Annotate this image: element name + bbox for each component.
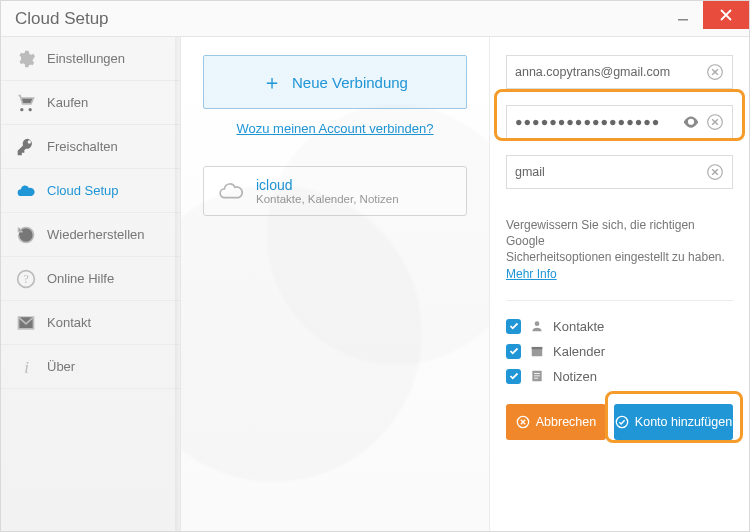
- checkbox-label: Kontakte: [553, 319, 604, 334]
- clear-password-button[interactable]: [706, 113, 724, 131]
- checkbox-label: Kalender: [553, 344, 605, 359]
- checkbox: [506, 319, 521, 334]
- sidebar-item-cloud-setup[interactable]: Cloud Setup: [1, 169, 180, 213]
- svg-text:i: i: [24, 357, 29, 376]
- separator: [506, 300, 733, 301]
- clear-email-button[interactable]: [706, 63, 724, 81]
- checkbox-kalender[interactable]: Kalender: [506, 344, 733, 359]
- action-row: Abbrechen Konto hinzufügen: [506, 404, 733, 440]
- cancel-button[interactable]: Abbrechen: [506, 404, 606, 440]
- sidebar: Einstellungen Kaufen Freischalten Cloud …: [1, 37, 181, 531]
- clear-service-button[interactable]: [706, 163, 724, 181]
- note-icon: [529, 369, 545, 383]
- checkbox-kontakte[interactable]: Kontakte: [506, 319, 733, 334]
- sidebar-item-kaufen[interactable]: Kaufen: [1, 81, 180, 125]
- mail-icon: [15, 313, 37, 333]
- help-icon: ?: [15, 269, 37, 289]
- sidebar-item-label: Freischalten: [47, 139, 118, 154]
- key-icon: [15, 137, 37, 157]
- checkbox: [506, 344, 521, 359]
- sidebar-item-label: Online Hilfe: [47, 271, 114, 286]
- sidebar-item-label: Cloud Setup: [47, 183, 119, 198]
- checkbox-label: Notizen: [553, 369, 597, 384]
- connection-card-subtitle: Kontakte, Kalender, Notizen: [256, 193, 399, 205]
- sidebar-item-label: Über: [47, 359, 75, 374]
- cancel-label: Abbrechen: [536, 415, 596, 429]
- sidebar-item-freischalten[interactable]: Freischalten: [1, 125, 180, 169]
- cloud-icon: [15, 181, 37, 201]
- info-icon: i: [15, 357, 37, 377]
- checkbox: [506, 369, 521, 384]
- right-pane: Vergewissern Sie sich, die richtigen Goo…: [489, 37, 749, 531]
- calendar-icon: [529, 344, 545, 358]
- restore-icon: [15, 225, 37, 245]
- security-hint: Vergewissern Sie sich, die richtigen Goo…: [506, 217, 733, 282]
- password-field-wrap: [506, 105, 733, 139]
- new-connection-button[interactable]: ＋ Neue Verbindung: [203, 55, 467, 109]
- email-field-wrap: [506, 55, 733, 89]
- sidebar-item-label: Kaufen: [47, 95, 88, 110]
- email-field[interactable]: [515, 65, 700, 79]
- close-icon: [720, 9, 732, 21]
- new-connection-label: Neue Verbindung: [292, 74, 408, 91]
- add-account-button[interactable]: Konto hinzufügen: [614, 404, 733, 440]
- svg-point-8: [535, 322, 540, 327]
- svg-rect-0: [678, 19, 688, 21]
- service-field-wrap: [506, 155, 733, 189]
- center-pane: ＋ Neue Verbindung Wozu meinen Account ve…: [181, 37, 489, 531]
- svg-rect-14: [534, 378, 538, 379]
- svg-text:?: ?: [23, 273, 28, 286]
- person-icon: [529, 319, 545, 333]
- password-field[interactable]: [515, 115, 676, 129]
- cloud-outline-icon: [218, 180, 244, 203]
- main: Einstellungen Kaufen Freischalten Cloud …: [1, 37, 749, 531]
- sidebar-item-wiederherstellen[interactable]: Wiederherstellen: [1, 213, 180, 257]
- add-account-label: Konto hinzufügen: [635, 415, 732, 429]
- titlebar: Cloud Setup: [1, 1, 749, 37]
- minimize-button[interactable]: [663, 5, 703, 33]
- reveal-password-button[interactable]: [682, 113, 700, 131]
- sidebar-item-einstellungen[interactable]: Einstellungen: [1, 37, 180, 81]
- svg-rect-12: [534, 373, 540, 374]
- close-button[interactable]: [703, 1, 749, 29]
- sidebar-item-ueber[interactable]: i Über: [1, 345, 180, 389]
- check-circle-icon: [615, 415, 629, 429]
- svg-point-16: [616, 416, 627, 427]
- checkbox-notizen[interactable]: Notizen: [506, 369, 733, 384]
- more-info-link[interactable]: Mehr Info: [506, 267, 557, 281]
- sidebar-item-kontakt[interactable]: Kontakt: [1, 301, 180, 345]
- connection-card-title: icloud: [256, 177, 399, 193]
- connection-card-icloud[interactable]: icloud Kontakte, Kalender, Notizen: [203, 166, 467, 216]
- sidebar-item-online-hilfe[interactable]: ? Online Hilfe: [1, 257, 180, 301]
- svg-rect-10: [532, 347, 543, 349]
- sidebar-item-label: Kontakt: [47, 315, 91, 330]
- gear-icon: [15, 49, 37, 69]
- why-connect-link[interactable]: Wozu meinen Account verbinden?: [203, 121, 467, 136]
- minimize-icon: [677, 13, 689, 25]
- service-field[interactable]: [515, 165, 700, 179]
- svg-rect-13: [534, 376, 540, 377]
- cart-icon: [15, 93, 37, 113]
- sidebar-item-label: Einstellungen: [47, 51, 125, 66]
- sidebar-item-label: Wiederherstellen: [47, 227, 145, 242]
- window-title: Cloud Setup: [15, 9, 663, 29]
- cancel-icon: [516, 415, 530, 429]
